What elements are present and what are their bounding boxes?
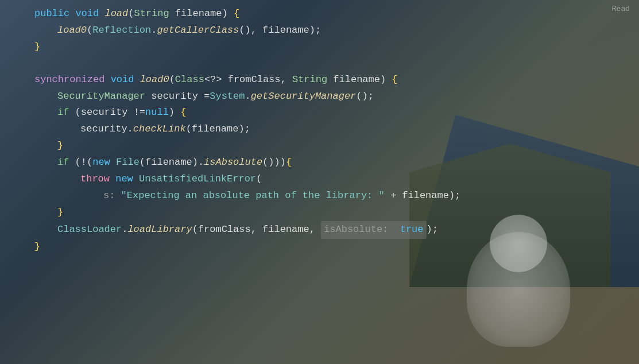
brace-if2-open: {	[286, 154, 292, 171]
param-label-s: s:	[103, 188, 121, 204]
loadlib-args: fromClass, filename,	[198, 222, 321, 238]
code-line-2: load0 ( Reflection . getCallerClass () ,…	[11, 22, 628, 39]
method-load0-2: load0	[140, 72, 169, 88]
brace-open-2: {	[392, 72, 397, 88]
type-string-2: String	[292, 72, 327, 88]
paren-loadlib-close: )	[427, 222, 432, 238]
comma-filename: , filename	[251, 22, 309, 39]
paren-open: (	[128, 6, 134, 22]
brace-if-open: {	[180, 104, 186, 121]
paren-loadlib-open: (	[192, 222, 198, 238]
space	[99, 6, 104, 22]
paren-checklink-open: (	[186, 121, 192, 138]
space-4	[110, 171, 115, 188]
code-line-5: synchronized void load0 ( Class <?> from…	[11, 72, 628, 88]
space	[69, 6, 75, 22]
keyword-synchronized: synchronized	[34, 72, 104, 88]
keyword-new: new	[92, 154, 110, 171]
dot-3: .	[198, 154, 204, 171]
keyword-true: true	[400, 224, 424, 235]
code-line-3: }	[11, 39, 628, 56]
paren-close: )	[222, 6, 228, 22]
code-line-15: }	[11, 239, 628, 255]
semicolon: ;	[315, 22, 321, 39]
code-line-7: if ( security != null ) {	[11, 104, 628, 121]
classname-classloader: ClassLoader	[57, 222, 122, 238]
paren-close: )	[380, 72, 386, 88]
code-lines: public void load ( String filename ) { l…	[11, 0, 628, 255]
code-container: Read public void load ( String filename …	[0, 0, 639, 364]
param-isabsolute-label: isAbsolute:	[324, 224, 394, 235]
code-line-8: security. checkLink ( filename ) ;	[11, 121, 628, 138]
close-not: ))	[274, 154, 286, 171]
paren-call: ()	[239, 22, 250, 39]
dot: .	[151, 22, 157, 39]
paren-open: (	[87, 22, 92, 39]
method-getsecuritymanager: getSecurityManager	[251, 88, 357, 105]
space	[386, 72, 392, 88]
classname-system: System	[210, 88, 245, 105]
type-securitymanager: SecurityManager	[57, 88, 145, 105]
paren-getsec: ()	[356, 88, 367, 105]
keyword-void-2: void	[111, 72, 134, 88]
method-loadlibrary: loadLibrary	[127, 222, 192, 238]
method-getcallerclass: getCallerClass	[157, 22, 239, 39]
code-line-1: public void load ( String filename ) {	[11, 6, 628, 22]
keyword-void: void	[75, 6, 99, 22]
paren-isabsolute: ()	[262, 154, 274, 171]
param-filename: filename	[169, 6, 222, 22]
method-isabsolute: isAbsolute	[204, 154, 262, 171]
classname-unsatisfied: UnsatisfiedLinkError	[139, 171, 256, 188]
space-5	[133, 171, 139, 188]
keyword-new-2: new	[115, 171, 133, 188]
paren-close: )	[309, 22, 315, 39]
paren-error-open: (	[256, 171, 262, 188]
brace-close: }	[34, 39, 40, 56]
code-line-10: if ( !( new File ( filename ) . isAbsolu…	[11, 154, 628, 171]
classname-reflection: Reflection	[92, 22, 151, 39]
keyword-if-2: if	[57, 154, 69, 171]
read-only-badge: Read	[612, 5, 630, 13]
paren-open: (	[169, 72, 175, 88]
dot-2: .	[245, 88, 250, 105]
security-var: security.	[80, 121, 133, 138]
brace-if2-close: }	[57, 204, 63, 221]
dot-4: .	[122, 222, 127, 238]
code-line-13: }	[11, 204, 628, 221]
space	[69, 154, 75, 171]
brace-if-close: }	[57, 138, 63, 154]
filename-arg: filename	[192, 121, 239, 138]
code-line-14: ClassLoader . loadLibrary ( fromClass, f…	[11, 221, 628, 239]
semicolon-4: ;	[455, 188, 460, 204]
separator-1	[11, 56, 628, 72]
type-string: String	[134, 6, 169, 22]
paren-checklink-close: )	[238, 121, 244, 138]
not: !(	[81, 154, 92, 171]
keyword-throw: throw	[80, 171, 110, 188]
filename-file: filename	[145, 154, 192, 171]
paren-file-open: (	[140, 154, 145, 171]
space	[228, 6, 234, 22]
semicolon-3: ;	[245, 121, 250, 138]
paren-file-close: )	[192, 154, 198, 171]
var-security: security =	[145, 88, 210, 105]
generic: <?>	[204, 72, 222, 88]
method-checklink: checkLink	[133, 121, 186, 138]
space	[134, 72, 140, 88]
method-load: load	[104, 6, 128, 22]
paren-error-close: )	[449, 188, 455, 204]
paren-if-close: )	[169, 104, 175, 121]
keyword-public: public	[34, 6, 69, 22]
semicolon-5: ;	[432, 222, 438, 238]
paren-if-open: (	[75, 104, 81, 121]
from-class-param: fromClass,	[222, 72, 292, 88]
brace-open: {	[234, 6, 239, 22]
semicolon-2: ;	[368, 88, 374, 105]
security-cond: security !=	[81, 104, 145, 121]
code-line-11: throw new UnsatisfiedLinkError (	[11, 171, 628, 188]
code-line-12: s: "Expecting an absolute path of the li…	[11, 188, 628, 204]
code-line-6: SecurityManager security = System . getS…	[11, 88, 628, 105]
keyword-null: null	[145, 104, 169, 121]
code-line-9: }	[11, 138, 628, 154]
space	[104, 72, 110, 88]
